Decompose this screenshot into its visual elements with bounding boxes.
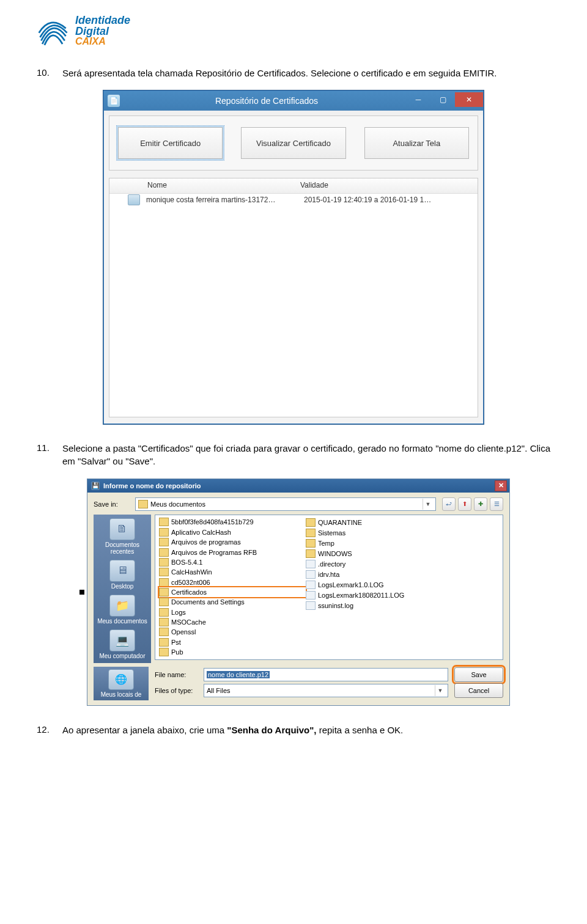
file-pane[interactable]: 5bbf0f3fe8d408fa4151b729Aplicativo CalcH… [155, 515, 503, 660]
filename-input[interactable]: nome do cliente.p12 [204, 668, 448, 681]
step10-text: Será apresentada tela chamada Repositóri… [62, 67, 550, 79]
list-item[interactable]: ssuninst.log [306, 601, 499, 610]
filename-value: nome do cliente.p12 [207, 671, 270, 678]
list-item[interactable]: Arquivos de Programas RFB [159, 548, 306, 557]
cert-validity: 2015-01-19 12:40:19 a 2016-01-19 1… [304, 196, 478, 204]
folder-icon [159, 568, 169, 576]
folder-icon [159, 628, 169, 636]
savein-label: Save in: [94, 501, 129, 508]
nav-up-icon[interactable]: ⬆ [458, 497, 471, 511]
nav-views-icon[interactable]: ☰ [490, 497, 503, 511]
filetype-value: All Files [207, 687, 231, 694]
list-item[interactable]: Aplicativo CalcHash [159, 527, 306, 537]
step10-number: 10. [37, 67, 62, 78]
file-icon [306, 601, 316, 610]
step12-text: Ao apresentar a janela abaixo, crie uma … [62, 724, 550, 736]
list-item[interactable]: CalcHashWin [159, 568, 306, 577]
list-item[interactable]: 5bbf0f3fe8d408fa4151b729 [159, 518, 306, 527]
repo-titlebar: 📄 Repositório de Certificados [104, 91, 483, 111]
save-dialog-title: Informe o nome do repositorio [103, 482, 201, 490]
filename-label: File name: [155, 671, 198, 678]
list-item[interactable]: LogsLexmark18082011.LOG [306, 590, 499, 600]
list-item[interactable]: WINDOWS [306, 549, 499, 559]
list-item[interactable]: Openssl [159, 628, 306, 637]
list-item[interactable]: MSOCache [159, 617, 306, 626]
step11-number: 11. [37, 442, 62, 453]
nav-back-icon[interactable]: ⮐ [442, 497, 456, 511]
folder-icon [159, 598, 169, 606]
dialog-icon: 💾 [91, 482, 100, 490]
cancel-button[interactable]: Cancel [454, 683, 503, 698]
place-network[interactable]: 🌐 Meus locais de [94, 667, 149, 700]
file-icon [306, 591, 316, 600]
folder-icon [159, 518, 169, 526]
col-header-validade[interactable]: Validade [300, 178, 478, 193]
list-item[interactable]: Arquivos de programas [159, 537, 306, 546]
place-mycomputer[interactable]: 💻 Meu computador [96, 629, 149, 659]
repo-window: 📄 Repositório de Certificados Emitir Cer… [103, 90, 484, 424]
savein-combo[interactable]: Meus documentos ▼ [135, 497, 436, 511]
mydocs-icon: 📁 [109, 595, 135, 617]
place-recent[interactable]: 🗎 Documentos recentes [96, 518, 149, 555]
filetype-label: Files of type: [155, 687, 198, 694]
logo-line1: Identidade [75, 15, 130, 26]
folder-icon [159, 648, 169, 656]
close-button[interactable] [455, 92, 483, 107]
save-dialog: 💾 Informe o nome do repositorio ✕ Save i… [87, 479, 510, 706]
list-item[interactable]: cd5032nt006 [159, 578, 306, 587]
save-dialog-titlebar: 💾 Informe o nome do repositorio ✕ [87, 479, 509, 493]
logo-line2: Digital [75, 26, 130, 37]
place-mydocs[interactable]: 📁 Meus documentos [96, 595, 149, 625]
list-item[interactable]: Pst [159, 637, 306, 647]
refresh-button[interactable]: Atualizar Tela [364, 127, 469, 159]
folder-icon [159, 578, 169, 587]
folder-icon [306, 518, 316, 527]
folder-icon [306, 529, 316, 537]
certificate-list: Nome Validade monique costa ferreira mar… [109, 178, 478, 417]
list-item[interactable]: Documents and Settings [159, 598, 306, 607]
chevron-down-icon: ▼ [435, 685, 445, 696]
folder-icon [159, 548, 169, 557]
fingerprint-icon [37, 12, 70, 49]
cert-name: monique costa ferreira martins-13172… [146, 196, 304, 204]
list-item[interactable]: BOS-5.4.1 [159, 557, 306, 566]
repo-window-title: Repositório de Certificados [127, 96, 406, 106]
file-icon [306, 560, 316, 568]
step11-text: Selecione a pasta "Certificados" que foi… [62, 442, 550, 468]
step12-number: 12. [37, 724, 62, 735]
folder-icon [306, 539, 316, 548]
desktop-icon: 🖥 [109, 560, 135, 582]
list-item[interactable]: QUARANTINE [306, 518, 499, 527]
folder-certificados[interactable]: Certificados [159, 587, 306, 596]
logo-line3: CAIXA [75, 37, 130, 46]
folder-icon [159, 638, 169, 647]
list-item[interactable]: Sistemas [306, 528, 499, 538]
place-desktop[interactable]: 🖥 Desktop [96, 560, 149, 590]
list-item[interactable]: Temp [306, 538, 499, 548]
filetype-combo[interactable]: All Files ▼ [204, 684, 448, 697]
certificate-row[interactable]: monique costa ferreira martins-13172… 20… [109, 194, 478, 206]
list-item[interactable]: LogsLexmark1.0.LOG [306, 580, 499, 590]
emit-certificate-button[interactable]: Emitir Certificado [118, 127, 223, 159]
list-item[interactable]: Logs [159, 607, 306, 617]
dialog-close-button[interactable]: ✕ [495, 480, 507, 491]
minimize-button[interactable] [406, 92, 430, 107]
folder-icon [159, 618, 169, 626]
view-certificate-button[interactable]: Visualizar Certificado [241, 127, 345, 159]
nav-new-folder-icon[interactable]: ✚ [474, 497, 487, 511]
col-header-nome[interactable]: Nome [147, 178, 300, 193]
brand-logo: Identidade Digital CAIXA [37, 12, 550, 49]
save-button[interactable]: Save [454, 667, 503, 682]
recent-docs-icon: 🗎 [109, 518, 135, 540]
folder-icon [306, 549, 316, 558]
maximize-button[interactable] [430, 92, 455, 107]
computer-icon: 💻 [109, 629, 135, 651]
network-icon: 🌐 [108, 669, 134, 690]
places-bar: 🗎 Documentos recentes 🖥 Desktop 📁 Meus [94, 515, 151, 663]
bullet-marker [79, 590, 84, 595]
folder-icon [159, 528, 169, 537]
list-item[interactable]: idrv.hta [306, 570, 499, 579]
list-item[interactable]: .directory [306, 559, 499, 569]
file-icon [306, 581, 316, 589]
list-item[interactable]: Pub [159, 647, 306, 656]
